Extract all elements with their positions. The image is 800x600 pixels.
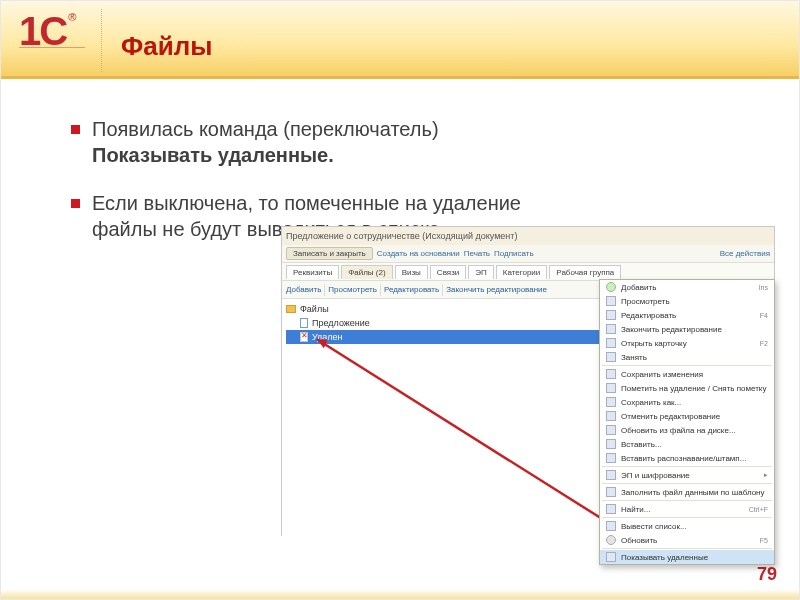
menu-save-changes[interactable]: Сохранить изменения	[600, 367, 774, 381]
list-icon	[606, 521, 616, 531]
print-button[interactable]: Печать	[464, 249, 490, 258]
tab-links[interactable]: Связи	[430, 265, 466, 279]
menu-edit[interactable]: РедактироватьF4	[600, 308, 774, 322]
tab-categories[interactable]: Категории	[496, 265, 548, 279]
logo-reg-icon: ®	[68, 11, 76, 23]
file-tree: Файлы Предложение Удален	[282, 299, 612, 537]
tab-details[interactable]: Реквизиты	[286, 265, 339, 279]
embedded-screenshot: Предложение о сотрудничестве (Исходящий …	[281, 226, 775, 536]
view-icon	[606, 296, 616, 306]
tab-group[interactable]: Рабочая группа	[549, 265, 621, 279]
save-close-button[interactable]: Записать и закрыть	[286, 247, 373, 260]
bullet-pre: Появилась команда (переключатель)	[92, 118, 439, 140]
tree-label: Удален	[312, 332, 343, 342]
add-button[interactable]: Добавить	[286, 285, 321, 294]
finish-icon	[606, 324, 616, 334]
toggle-icon	[606, 552, 616, 562]
menu-separator	[602, 365, 772, 366]
menu-save-as[interactable]: Сохранить как...	[600, 395, 774, 409]
app-window-header: Предложение о сотрудничестве (Исходящий …	[282, 227, 774, 245]
menu-finish-edit[interactable]: Закончить редактирование	[600, 322, 774, 336]
tree-item[interactable]: Предложение	[286, 316, 607, 330]
bullet-item: Появилась команда (переключатель) Показы…	[71, 116, 759, 168]
menu-find[interactable]: Найти...Ctrl+F	[600, 502, 774, 516]
menu-separator	[602, 548, 772, 549]
menu-cancel-edit[interactable]: Отменить редактирование	[600, 409, 774, 423]
view-button[interactable]: Просмотреть	[328, 285, 377, 294]
menu-separator	[602, 483, 772, 484]
app-toolbar: Записать и закрыть Создать на основании …	[282, 245, 774, 263]
refreshfile-icon	[606, 425, 616, 435]
folder-icon	[286, 305, 296, 313]
page-title: Файлы	[121, 31, 212, 62]
menu-open-card[interactable]: Открыть карточкуF2	[600, 336, 774, 350]
footer-band	[1, 589, 799, 599]
card-icon	[606, 338, 616, 348]
edit-button[interactable]: Редактировать	[384, 285, 439, 294]
saveas-icon	[606, 397, 616, 407]
menu-mark-delete[interactable]: Пометить на удаление / Снять пометку	[600, 381, 774, 395]
menu-separator	[602, 500, 772, 501]
tree-item-selected[interactable]: Удален	[286, 330, 607, 344]
bullet-icon	[71, 125, 80, 134]
add-icon	[606, 282, 616, 292]
logo-underline-icon	[19, 41, 85, 57]
menu-ep[interactable]: ЭП и шифрование▸	[600, 468, 774, 482]
tree-label: Предложение	[312, 318, 370, 328]
window-title: Предложение о сотрудничестве (Исходящий …	[286, 231, 517, 241]
save-icon	[606, 369, 616, 379]
tab-ep[interactable]: ЭП	[468, 265, 494, 279]
tree-label: Файлы	[300, 304, 329, 314]
bullet-icon	[71, 199, 80, 208]
refresh-icon	[606, 535, 616, 545]
page-number: 79	[757, 564, 777, 585]
template-icon	[606, 487, 616, 497]
menu-paste[interactable]: Вставить...	[600, 437, 774, 451]
key-icon	[606, 470, 616, 480]
tab-files[interactable]: Файлы (2)	[341, 265, 392, 279]
menu-fill-template[interactable]: Заполнить файл данными по шаблону	[600, 485, 774, 499]
menu-update-from-disk[interactable]: Обновить из файла на диске...	[600, 423, 774, 437]
stamp-icon	[606, 453, 616, 463]
logo-1c: 1C ®	[19, 9, 87, 65]
bullet-bold: Показывать удаленные.	[92, 144, 334, 166]
deleted-doc-icon	[300, 332, 308, 342]
menu-view[interactable]: Просмотреть	[600, 294, 774, 308]
all-actions-button[interactable]: Все действия	[720, 249, 770, 258]
cancel-icon	[606, 411, 616, 421]
search-icon	[606, 504, 616, 514]
lock-icon	[606, 352, 616, 362]
doc-icon	[300, 318, 308, 328]
context-menu: ДобавитьIns Просмотреть РедактироватьF4 …	[599, 279, 775, 565]
finish-edit-button[interactable]: Закончить редактирование	[446, 285, 547, 294]
menu-lock[interactable]: Занять	[600, 350, 774, 364]
header-band: 1C ® Файлы	[1, 1, 799, 79]
bullet-text: Появилась команда (переключатель) Показы…	[92, 116, 562, 168]
menu-separator	[602, 517, 772, 518]
create-based-button[interactable]: Создать на основании	[377, 249, 460, 258]
header-divider	[101, 9, 102, 72]
menu-output-list[interactable]: Вывести список...	[600, 519, 774, 533]
menu-add[interactable]: ДобавитьIns	[600, 280, 774, 294]
menu-insert-stamp[interactable]: Вставить распознавание/штамп...	[600, 451, 774, 465]
menu-refresh[interactable]: ОбновитьF5	[600, 533, 774, 547]
menu-show-deleted[interactable]: Показывать удаленные	[600, 550, 774, 564]
paste-icon	[606, 439, 616, 449]
tab-visas[interactable]: Визы	[395, 265, 428, 279]
edit-icon	[606, 310, 616, 320]
sign-button[interactable]: Подписать	[494, 249, 534, 258]
delete-icon	[606, 383, 616, 393]
tree-root[interactable]: Файлы	[286, 302, 607, 316]
menu-separator	[602, 466, 772, 467]
